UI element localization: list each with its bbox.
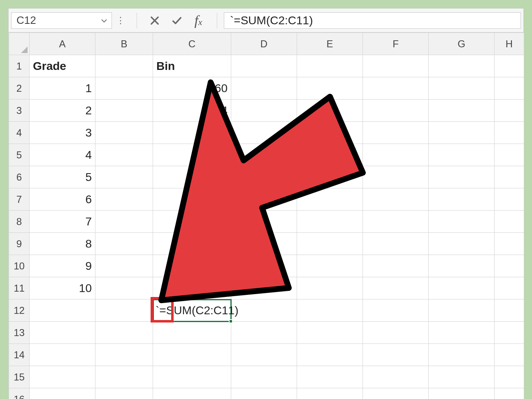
cell-B12[interactable] xyxy=(95,299,153,322)
cell-F9[interactable] xyxy=(363,233,429,255)
fill-handle[interactable] xyxy=(229,319,233,323)
cell-D9[interactable] xyxy=(231,233,297,255)
column-header-F[interactable]: F xyxy=(363,33,429,55)
cell-C3[interactable]: 4 xyxy=(153,100,231,122)
row-header-6[interactable]: 6 xyxy=(9,166,30,188)
cell-D4[interactable] xyxy=(231,122,297,144)
cell-A9[interactable]: 8 xyxy=(30,233,95,255)
cell-B14[interactable] xyxy=(95,344,153,366)
cell-B15[interactable] xyxy=(95,366,153,388)
cell-B16[interactable] xyxy=(95,388,153,399)
cell-H4[interactable] xyxy=(495,122,524,144)
column-header-H[interactable]: H xyxy=(495,33,524,55)
cell-F11[interactable] xyxy=(363,277,429,299)
cell-A12[interactable] xyxy=(30,299,95,322)
cell-G12[interactable] xyxy=(429,299,495,322)
cell-D11[interactable] xyxy=(231,277,297,299)
cell-D12[interactable] xyxy=(231,299,297,322)
cell-D14[interactable] xyxy=(231,344,297,366)
cell-B4[interactable] xyxy=(95,122,153,144)
cell-C11[interactable]: 10 xyxy=(153,277,231,299)
cell-F7[interactable] xyxy=(363,188,429,211)
cell-G8[interactable] xyxy=(429,211,495,233)
cell-E4[interactable] xyxy=(297,122,363,144)
cell-H5[interactable] xyxy=(495,144,524,166)
cell-A3[interactable]: 2 xyxy=(30,100,95,122)
cell-C13[interactable] xyxy=(153,322,231,344)
cell-H1[interactable] xyxy=(495,55,524,77)
row-header-5[interactable]: 5 xyxy=(9,144,30,166)
cell-G5[interactable] xyxy=(429,144,495,166)
cell-C16[interactable] xyxy=(153,388,231,399)
select-all-corner[interactable] xyxy=(9,33,30,55)
cell-H2[interactable] xyxy=(495,77,524,100)
cell-A13[interactable] xyxy=(30,322,95,344)
cell-B7[interactable] xyxy=(95,188,153,211)
cell-D16[interactable] xyxy=(231,388,297,399)
cell-H10[interactable] xyxy=(495,255,524,277)
formula-input[interactable]: `=SUM(C2:C11) xyxy=(224,12,521,29)
cell-A14[interactable] xyxy=(30,344,95,366)
cell-F13[interactable] xyxy=(363,322,429,344)
cell-B11[interactable] xyxy=(95,277,153,299)
cell-D13[interactable] xyxy=(231,322,297,344)
cell-C10[interactable] xyxy=(153,255,231,277)
cell-G14[interactable] xyxy=(429,344,495,366)
cell-A10[interactable]: 9 xyxy=(30,255,95,277)
cell-G4[interactable] xyxy=(429,122,495,144)
row-header-4[interactable]: 4 xyxy=(9,122,30,144)
cell-H15[interactable] xyxy=(495,366,524,388)
cell-C7[interactable] xyxy=(153,188,231,211)
cell-C15[interactable] xyxy=(153,366,231,388)
cell-B9[interactable] xyxy=(95,233,153,255)
row-header-12[interactable]: 12 xyxy=(9,299,30,322)
cell-B6[interactable] xyxy=(95,166,153,188)
cell-H11[interactable] xyxy=(495,277,524,299)
enter-button[interactable] xyxy=(166,12,188,29)
cell-G11[interactable] xyxy=(429,277,495,299)
column-header-B[interactable]: B xyxy=(95,33,153,55)
cell-F10[interactable] xyxy=(363,255,429,277)
cell-A15[interactable] xyxy=(30,366,95,388)
chevron-down-icon[interactable] xyxy=(101,14,107,27)
cell-A1[interactable]: Grade xyxy=(30,55,95,77)
cell-G1[interactable] xyxy=(429,55,495,77)
cell-H6[interactable] xyxy=(495,166,524,188)
cell-H16[interactable] xyxy=(495,388,524,399)
cell-E9[interactable] xyxy=(297,233,363,255)
row-header-9[interactable]: 9 xyxy=(9,233,30,255)
cell-C6[interactable] xyxy=(153,166,231,188)
row-header-2[interactable]: 2 xyxy=(9,77,30,100)
cell-C5[interactable] xyxy=(153,144,231,166)
row-header-8[interactable]: 8 xyxy=(9,211,30,233)
cell-G15[interactable] xyxy=(429,366,495,388)
cell-E12[interactable] xyxy=(297,299,363,322)
cell-F2[interactable] xyxy=(363,77,429,100)
cell-D6[interactable] xyxy=(231,166,297,188)
cell-G3[interactable] xyxy=(429,100,495,122)
cell-C4[interactable] xyxy=(153,122,231,144)
cell-F15[interactable] xyxy=(363,366,429,388)
cell-F4[interactable] xyxy=(363,122,429,144)
cell-C12[interactable]: `=SUM(C2:C11) xyxy=(153,299,231,322)
column-header-D[interactable]: D xyxy=(231,33,297,55)
row-header-3[interactable]: 3 xyxy=(9,100,30,122)
cell-A11[interactable]: 10 xyxy=(30,277,95,299)
cell-B5[interactable] xyxy=(95,144,153,166)
cell-A8[interactable]: 7 xyxy=(30,211,95,233)
cell-E6[interactable] xyxy=(297,166,363,188)
cell-B2[interactable] xyxy=(95,77,153,100)
cell-H3[interactable] xyxy=(495,100,524,122)
cell-A7[interactable]: 6 xyxy=(30,188,95,211)
cell-H7[interactable] xyxy=(495,188,524,211)
cell-F16[interactable] xyxy=(363,388,429,399)
column-header-G[interactable]: G xyxy=(429,33,495,55)
cell-D1[interactable] xyxy=(231,55,297,77)
cell-E1[interactable] xyxy=(297,55,363,77)
cell-H14[interactable] xyxy=(495,344,524,366)
cell-C14[interactable] xyxy=(153,344,231,366)
cell-E2[interactable] xyxy=(297,77,363,100)
cell-D2[interactable] xyxy=(231,77,297,100)
cell-G13[interactable] xyxy=(429,322,495,344)
cell-G7[interactable] xyxy=(429,188,495,211)
